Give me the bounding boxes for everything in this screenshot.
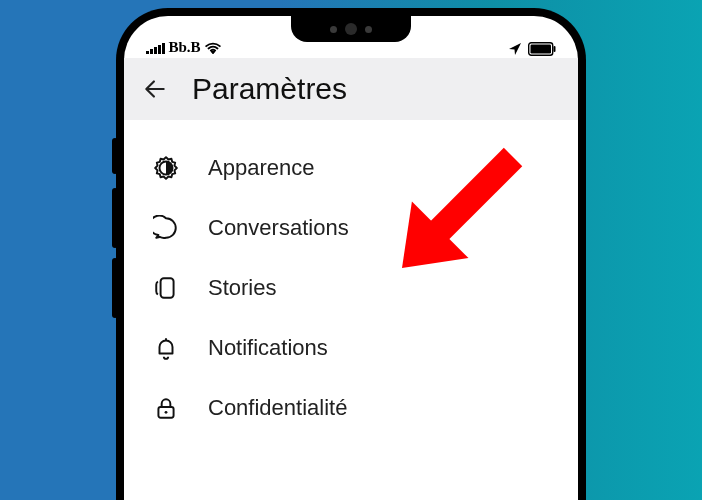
appearance-icon [152,154,180,182]
stories-icon [152,274,180,302]
svg-point-0 [211,50,214,53]
menu-item-conversations[interactable]: Conversations [124,198,578,258]
svg-rect-2 [554,46,556,52]
menu-item-apparence[interactable]: Apparence [124,138,578,198]
settings-menu: Apparence Conversations [124,120,578,438]
menu-label: Conversations [208,215,349,241]
status-bar: Bb.B [124,16,578,58]
menu-label: Stories [208,275,276,301]
location-icon [508,42,522,56]
menu-label: Confidentialité [208,395,347,421]
menu-label: Notifications [208,335,328,361]
volume-up-button [112,188,118,248]
svg-point-7 [165,411,168,414]
menu-item-notifications[interactable]: Notifications [124,318,578,378]
phone-screen: Bb.B [124,16,578,500]
page-title: Paramètres [192,72,347,106]
carrier-label: Bb.B [169,39,201,56]
wifi-icon [205,42,221,54]
back-button[interactable] [142,76,168,102]
bell-icon [152,334,180,362]
side-button [112,138,118,174]
lock-icon [152,394,180,422]
battery-icon [528,42,556,56]
cellular-signal-icon [146,42,165,54]
svg-rect-3 [531,45,552,54]
menu-item-stories[interactable]: Stories [124,258,578,318]
svg-rect-5 [161,278,174,298]
volume-down-button [112,258,118,318]
phone-frame: Bb.B [116,8,586,500]
app-header: Paramètres [124,58,578,120]
menu-item-confidentialite[interactable]: Confidentialité [124,378,578,438]
background: Bb.B [0,0,702,500]
chat-icon [152,214,180,242]
menu-label: Apparence [208,155,314,181]
